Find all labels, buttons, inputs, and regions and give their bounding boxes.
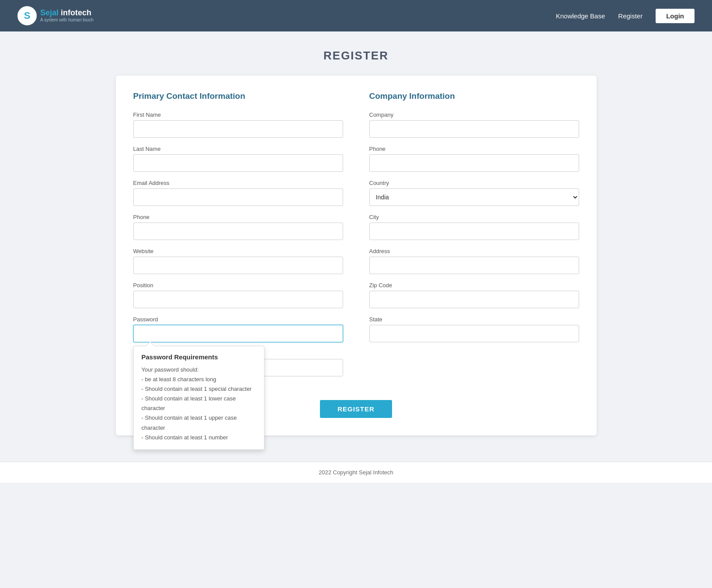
- city-group: City: [369, 214, 579, 240]
- address-input[interactable]: [369, 257, 579, 274]
- country-group: Country India: [369, 180, 579, 206]
- tooltip-rule-3: - Should contain at least 1 lower case c…: [142, 394, 256, 413]
- primary-contact-col: Primary Contact Information First Name L…: [133, 91, 343, 384]
- state-label: State: [369, 316, 579, 323]
- form-card: Primary Contact Information First Name L…: [116, 76, 597, 435]
- company-info-col: Company Information Company Phone Countr…: [369, 91, 579, 384]
- state-group: State: [369, 316, 579, 342]
- password-input[interactable]: [133, 325, 343, 342]
- primary-contact-title: Primary Contact Information: [133, 91, 343, 101]
- position-group: Position: [133, 282, 343, 308]
- logo-area: S Sejal infotech A system with human tou…: [17, 6, 94, 25]
- email-label: Email Address: [133, 180, 343, 186]
- logo-name: Sejal infotech: [40, 9, 94, 17]
- main-content: REGISTER Primary Contact Information Fir…: [0, 31, 712, 462]
- position-input[interactable]: [133, 291, 343, 308]
- email-input[interactable]: [133, 188, 343, 206]
- tooltip-rule-4: - Should contain at least 1 upper case c…: [142, 413, 256, 432]
- page-title: REGISTER: [323, 49, 389, 63]
- phone-group: Phone: [133, 214, 343, 240]
- logo-text: Sejal infotech A system with human touch: [40, 9, 94, 23]
- website-group: Website: [133, 248, 343, 274]
- address-group: Address: [369, 248, 579, 274]
- company-group: Company: [369, 111, 579, 138]
- password-group: Password Password Requirements Your pass…: [133, 316, 343, 342]
- logo-icon: S: [17, 6, 37, 25]
- phone-label: Phone: [133, 214, 343, 220]
- country-select[interactable]: India: [369, 188, 579, 206]
- password-label: Password: [133, 316, 343, 323]
- phone-input[interactable]: [133, 223, 343, 240]
- tooltip-rule-5: - Should contain at least 1 number: [142, 433, 256, 442]
- city-input[interactable]: [369, 223, 579, 240]
- tooltip-body: Your password should: - be at least 8 ch…: [142, 365, 256, 442]
- email-group: Email Address: [133, 180, 343, 206]
- password-wrapper: Password Requirements Your password shou…: [133, 325, 343, 342]
- last-name-label: Last Name: [133, 146, 343, 152]
- tooltip-intro: Your password should:: [142, 365, 256, 375]
- password-tooltip: Password Requirements Your password shou…: [133, 346, 264, 450]
- tooltip-title: Password Requirements: [142, 353, 256, 361]
- logo-sejal: Sejal: [40, 8, 59, 17]
- state-input[interactable]: [369, 325, 579, 342]
- logo-tagline: A system with human touch: [40, 17, 94, 23]
- company-phone-input[interactable]: [369, 154, 579, 172]
- first-name-input[interactable]: [133, 120, 343, 138]
- logo-infotech: infotech: [61, 8, 91, 17]
- form-columns: Primary Contact Information First Name L…: [133, 91, 579, 384]
- zip-label: Zip Code: [369, 282, 579, 289]
- register-link[interactable]: Register: [618, 12, 643, 20]
- first-name-label: First Name: [133, 111, 343, 118]
- company-phone-group: Phone: [369, 146, 579, 172]
- footer: 2022 Copyright Sejal Infotech: [0, 462, 712, 483]
- knowledge-base-link[interactable]: Knowledge Base: [556, 12, 605, 20]
- city-label: City: [369, 214, 579, 220]
- tooltip-rule-1: - be at least 8 characters long: [142, 375, 256, 384]
- company-label: Company: [369, 111, 579, 118]
- zip-group: Zip Code: [369, 282, 579, 308]
- zip-input[interactable]: [369, 291, 579, 308]
- tooltip-rule-2: - Should contain at least 1 special char…: [142, 384, 256, 394]
- nav: Knowledge Base Register Login: [556, 9, 695, 23]
- register-button[interactable]: REGISTER: [320, 400, 392, 418]
- last-name-group: Last Name: [133, 146, 343, 172]
- position-label: Position: [133, 282, 343, 289]
- company-input[interactable]: [369, 120, 579, 138]
- copyright-text: 2022 Copyright Sejal Infotech: [319, 469, 393, 476]
- company-phone-label: Phone: [369, 146, 579, 152]
- login-button[interactable]: Login: [656, 9, 695, 23]
- website-label: Website: [133, 248, 343, 254]
- website-input[interactable]: [133, 257, 343, 274]
- company-info-title: Company Information: [369, 91, 579, 101]
- country-label: Country: [369, 180, 579, 186]
- last-name-input[interactable]: [133, 154, 343, 172]
- header: S Sejal infotech A system with human tou…: [0, 0, 712, 31]
- first-name-group: First Name: [133, 111, 343, 138]
- address-label: Address: [369, 248, 579, 254]
